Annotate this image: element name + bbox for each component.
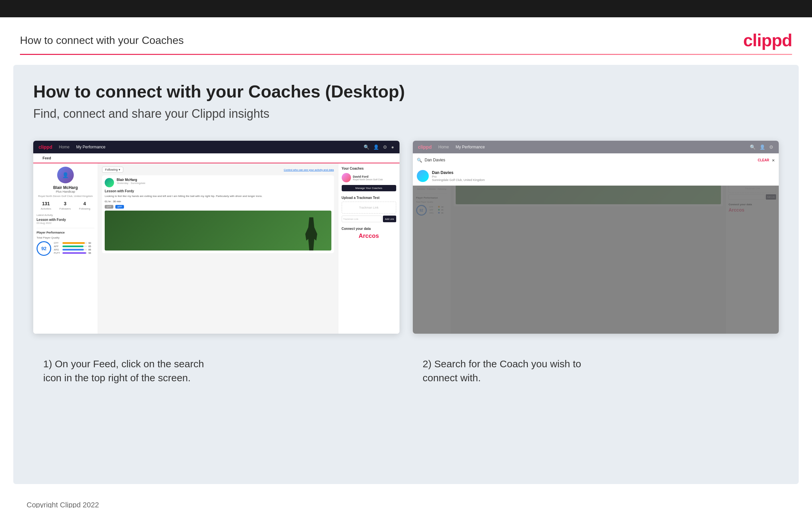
- user-icon-nav-2: 👤: [760, 144, 765, 150]
- coaches-title-1: Your Coaches: [342, 167, 396, 170]
- post-author-info: Blair McHarg Yesterday · Sunningdale: [117, 178, 145, 187]
- search-icon-nav-2: 🔍: [750, 144, 756, 150]
- bar-putt: PUTT 96: [54, 252, 94, 254]
- result-avatar: [417, 170, 429, 182]
- golfer-silhouette: [301, 217, 322, 251]
- activity-date: 03 Aug 2022: [37, 221, 94, 224]
- top-bar: [0, 0, 812, 17]
- profile-stats-1: 131 Activities 3 Followers 4 Following: [37, 201, 94, 210]
- post-duration: 01 hr : 30 min: [105, 200, 331, 203]
- mock-nav-home-2: Home: [438, 145, 449, 150]
- result-name: Dan Davies: [432, 170, 485, 175]
- perf-subtitle: Total Player Quality: [37, 236, 94, 239]
- post-header: Blair McHarg Yesterday · Sunningdale: [105, 178, 331, 187]
- settings-icon-nav-2: ⚙: [769, 144, 773, 150]
- result-info: Dan Davies Pro Sunningdale Golf Club, Un…: [432, 170, 485, 182]
- coach-avatar-1: [342, 173, 351, 182]
- feed-tab[interactable]: Feed: [39, 153, 55, 163]
- mock-tabs-1: Feed: [33, 153, 399, 163]
- search-result-item[interactable]: Dan Davies Pro Sunningdale Golf Club, Un…: [413, 167, 779, 186]
- mock-app-2: clippd Home My Performance 🔍 👤 ⚙ 👤 Blair…: [413, 141, 779, 334]
- add-link-button[interactable]: Add Link: [383, 216, 396, 222]
- stat-following: 4 Following: [79, 201, 90, 210]
- step-2-description: Search for the Coach you wish toconnect …: [423, 358, 581, 383]
- post-buttons: OTT APP: [105, 205, 331, 209]
- stat-followers: 3 Followers: [59, 201, 71, 210]
- settings-icon-nav[interactable]: ⚙: [383, 144, 387, 150]
- page-title: How to connect with your Coaches: [20, 34, 184, 47]
- post-author-meta: Yesterday · Sunningdale: [117, 182, 145, 185]
- trackman-input-row: Trackman Link Add Link: [342, 216, 396, 222]
- connect-title-1: Connect your data: [342, 227, 396, 230]
- trackman-link-input[interactable]: Trackman Link: [342, 216, 382, 222]
- circle-score: 92: [37, 241, 51, 256]
- screenshots-row: clippd Home My Performance 🔍 👤 ⚙ ● Feed: [33, 141, 779, 334]
- mock-left-panel-1: 👤 Blair McHarg Plus Handicap Royal North…: [33, 163, 98, 334]
- upload-title-1: Upload a Trackman Test: [342, 196, 396, 200]
- coach-item-1: David Ford Royal North Devon Golf Club: [342, 173, 396, 182]
- step-1-text: 1) On your Feed, click on the searchicon…: [43, 357, 389, 385]
- search-icon-nav[interactable]: 🔍: [364, 144, 369, 150]
- main-heading: How to connect with your Coaches (Deskto…: [33, 82, 779, 101]
- manage-coaches-button-1[interactable]: Manage Your Coaches: [342, 185, 396, 191]
- mock-nav-performance-2: My Performance: [456, 145, 485, 150]
- app-button[interactable]: APP: [115, 205, 124, 209]
- footer: Copyright Clippd 2022: [0, 494, 812, 508]
- mock-feed-area-1: 👤 Blair McHarg Plus Handicap Royal North…: [33, 163, 399, 334]
- coach-name-1: David Ford: [353, 175, 383, 178]
- search-overlay: 🔍 Dan Davies CLEAR × Dan Davies Pro Sunn…: [413, 153, 779, 334]
- coach-info-1: David Ford Royal North Devon Golf Club: [353, 175, 383, 181]
- perf-bars: OTT 90 APP 85: [54, 242, 94, 255]
- result-club: Sunningdale Golf Club, United Kingdom: [432, 178, 485, 182]
- user-icon-nav[interactable]: 👤: [373, 144, 379, 150]
- search-icon-2: 🔍: [417, 158, 422, 163]
- control-link[interactable]: Control who can see your activity and da…: [284, 168, 334, 171]
- stat-activities: 131 Activities: [41, 201, 51, 210]
- close-search-button[interactable]: ×: [772, 157, 775, 163]
- profile-club-1: Royal North Devon Golf Club, United King…: [37, 195, 94, 198]
- score-row: 92 OTT 90 APP: [37, 241, 94, 256]
- result-role: Pro: [432, 175, 485, 178]
- post-image: [105, 211, 331, 251]
- coach-club-1: Royal North Devon Golf Club: [353, 178, 383, 181]
- mock-nav-icons-2: 🔍 👤 ⚙: [750, 144, 773, 150]
- activity-name: Lesson with Fordy: [37, 218, 94, 221]
- step-2-number: 2): [423, 358, 432, 369]
- clear-button[interactable]: CLEAR: [758, 158, 769, 162]
- header: How to connect with your Coaches clippd: [0, 17, 812, 54]
- search-input-display[interactable]: Dan Davies: [425, 158, 755, 162]
- mock-middle-panel-1: Following ▾ Control who can see your act…: [98, 163, 338, 334]
- trackman-dropzone[interactable]: Trackman Link: [342, 202, 396, 214]
- profile-handicap-1: Plus Handicap: [37, 190, 94, 193]
- mock-nav-2: clippd Home My Performance 🔍 👤 ⚙: [413, 141, 779, 153]
- bar-arg: ARG 86: [54, 249, 94, 251]
- screenshot-1-panel: clippd Home My Performance 🔍 👤 ⚙ ● Feed: [33, 141, 399, 334]
- trackman-placeholder: Trackman Link: [359, 206, 379, 209]
- profile-name-1: Blair McHarg: [37, 185, 94, 190]
- copyright-text: Copyright Clippd 2022: [27, 501, 99, 508]
- post-author-avatar: [105, 178, 114, 187]
- profile-avatar-1: 👤: [57, 167, 74, 183]
- search-topbar: 🔍 Dan Davies CLEAR ×: [413, 153, 779, 167]
- mock-app-1: clippd Home My Performance 🔍 👤 ⚙ ● Feed: [33, 141, 399, 334]
- ott-button[interactable]: OTT: [105, 205, 113, 209]
- mock-nav-performance: My Performance: [76, 145, 105, 150]
- post-card-1: Blair McHarg Yesterday · Sunningdale Les…: [102, 175, 334, 253]
- header-divider: [20, 54, 792, 55]
- bar-app: APP 85: [54, 245, 94, 248]
- mock-nav-icons: 🔍 👤 ⚙ ●: [364, 144, 394, 150]
- latest-activity-label: Latest Activity: [37, 214, 94, 217]
- main-content-area: How to connect with your Coaches (Deskto…: [13, 65, 799, 484]
- player-performance-1: Player Performance Total Player Quality …: [37, 228, 94, 256]
- step-texts-row: 1) On your Feed, click on the searchicon…: [33, 350, 779, 385]
- following-button[interactable]: Following ▾: [102, 167, 123, 173]
- step-1-text-area: 1) On your Feed, click on the searchicon…: [33, 350, 399, 385]
- avatar-icon-nav[interactable]: ●: [391, 144, 394, 150]
- step-1-number: 1): [43, 358, 52, 369]
- clippd-logo: clippd: [743, 30, 792, 50]
- arccos-logo: Arccos: [342, 232, 396, 240]
- post-author-name: Blair McHarg: [117, 178, 145, 182]
- main-subheading: Find, connect and share your Clippd insi…: [33, 107, 779, 121]
- step-2-text-area: 2) Search for the Coach you wish toconne…: [413, 350, 779, 385]
- screenshot-2-panel: clippd Home My Performance 🔍 👤 ⚙ 👤 Blair…: [413, 141, 779, 334]
